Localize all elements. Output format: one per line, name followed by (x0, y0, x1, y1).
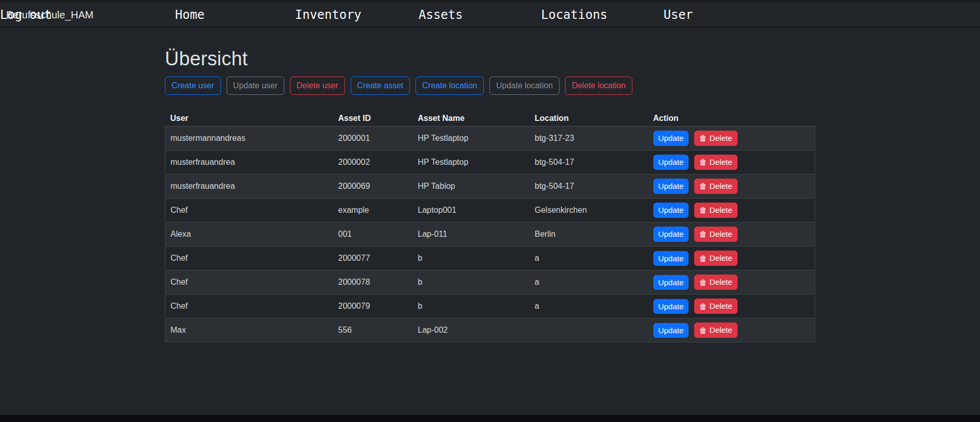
delete-button-label: Delete (709, 205, 732, 216)
table-row: musterfrauandrea 2000069 HP Tablop btg-5… (165, 175, 815, 198)
cell-asset-id: 2000002 (333, 151, 413, 175)
cell-asset-id: 2000079 (333, 294, 413, 318)
cell-action: Update 🗑 Delete (648, 127, 815, 151)
cell-action: Update 🗑 Delete (648, 318, 815, 342)
delete-button[interactable]: 🗑 Delete (694, 299, 738, 314)
cell-asset-id: example (333, 198, 413, 222)
cell-asset-name: b (413, 246, 530, 270)
cell-action: Update 🗑 Delete (648, 222, 815, 246)
nav-link-locations[interactable]: Locations (541, 8, 607, 22)
trash-icon: 🗑 (699, 158, 707, 166)
delete-button[interactable]: 🗑 Delete (694, 131, 738, 146)
delete-button[interactable]: 🗑 Delete (694, 251, 738, 266)
cell-action: Update 🗑 Delete (648, 175, 815, 198)
cell-asset-name: b (413, 270, 530, 294)
page-title: Übersicht (165, 48, 815, 70)
nav-link-log-out[interactable]: Log out (0, 8, 52, 22)
nav-link-assets[interactable]: Assets (419, 8, 463, 22)
cell-asset-id: 2000069 (333, 175, 413, 198)
create-user-button[interactable]: Create user (165, 77, 221, 95)
cell-asset-id: 556 (333, 318, 413, 342)
delete-button[interactable]: 🗑 Delete (694, 227, 738, 242)
table-row: Chef 2000077 b a Update 🗑 Delete (165, 246, 815, 270)
navbar: Berufsschule_HAM HomeInventoryAssetsLoca… (0, 3, 980, 28)
nav-link-user[interactable]: User (664, 8, 693, 22)
update-button[interactable]: Update (653, 251, 689, 266)
update-button[interactable]: Update (653, 299, 689, 314)
table-row: Chef example Laptop001 Gelsenkirchen Upd… (165, 198, 815, 222)
update-button[interactable]: Update (653, 227, 689, 242)
cell-asset-id: 2000077 (333, 246, 413, 270)
cell-asset-name: Laptop001 (413, 198, 530, 222)
delete-button[interactable]: 🗑 Delete (694, 322, 738, 338)
update-location-button[interactable]: Update location (489, 77, 559, 95)
cell-location: a (530, 270, 648, 294)
delete-button-label: Delete (709, 181, 732, 192)
cell-location: btg-504-17 (530, 175, 648, 198)
delete-button[interactable]: 🗑 Delete (694, 179, 738, 194)
cell-asset-name: HP Tablop (413, 175, 530, 198)
cell-location: Gelsenkirchen (530, 198, 648, 222)
toolbar: Create userUpdate userDelete userCreate … (165, 77, 815, 95)
cell-location (530, 318, 648, 342)
delete-user-button[interactable]: Delete user (290, 77, 345, 95)
update-button[interactable]: Update (653, 155, 689, 170)
column-header-location: Location (530, 110, 648, 127)
cell-user: Max (165, 318, 333, 342)
delete-location-button[interactable]: Delete location (565, 77, 632, 95)
cell-asset-name: b (413, 294, 530, 318)
trash-icon: 🗑 (699, 182, 707, 190)
cell-user: musterfrauandrea (165, 175, 333, 198)
cell-asset-id: 2000001 (333, 127, 413, 151)
cell-user: Chef (165, 294, 333, 318)
create-location-button[interactable]: Create location (415, 77, 484, 95)
table-row: Chef 2000079 b a Update 🗑 Delete (165, 294, 815, 318)
trash-icon: 🗑 (699, 206, 707, 214)
cell-asset-name: Lap-002 (413, 318, 530, 342)
delete-button[interactable]: 🗑 Delete (694, 275, 738, 290)
table-row: Alexa 001 Lap-011 Berlin Update 🗑 Delete (165, 222, 815, 246)
cell-asset-id: 2000078 (333, 270, 413, 294)
cell-user: musterfrauandrea (165, 151, 333, 175)
nav-link-inventory[interactable]: Inventory (295, 8, 361, 22)
cell-location: Berlin (530, 222, 648, 246)
update-button[interactable]: Update (653, 179, 689, 194)
cell-location: btg-504-17 (530, 151, 648, 175)
nav-link-home[interactable]: Home (175, 8, 205, 22)
cell-location: btg-317-23 (530, 127, 648, 151)
cell-user: Chef (165, 246, 333, 270)
trash-icon: 🗑 (699, 279, 707, 286)
update-button[interactable]: Update (653, 203, 689, 218)
column-header-action: Action (648, 110, 815, 127)
create-asset-button[interactable]: Create asset (351, 77, 410, 95)
delete-button-label: Delete (709, 325, 732, 336)
cell-location: a (530, 246, 648, 270)
delete-button-label: Delete (709, 157, 732, 168)
update-user-button[interactable]: Update user (227, 77, 284, 95)
cell-action: Update 🗑 Delete (648, 270, 815, 294)
delete-button[interactable]: 🗑 Delete (694, 203, 738, 218)
table-row: musterfrauandrea 2000002 HP Testlaptop b… (165, 151, 815, 175)
delete-button[interactable]: 🗑 Delete (694, 155, 738, 170)
column-header-user: User (165, 110, 333, 127)
cell-user: mustermannandreas (165, 127, 333, 151)
cell-user: Chef (165, 270, 333, 294)
cell-action: Update 🗑 Delete (648, 198, 815, 222)
table-row: mustermannandreas 2000001 HP Testlaptop … (165, 127, 815, 151)
table-body: mustermannandreas 2000001 HP Testlaptop … (165, 127, 815, 342)
cell-action: Update 🗑 Delete (648, 294, 815, 318)
delete-button-label: Delete (709, 253, 732, 264)
main-content: Übersicht Create userUpdate userDelete u… (165, 28, 815, 342)
trash-icon: 🗑 (699, 327, 707, 334)
trash-icon: 🗑 (699, 230, 707, 238)
cell-asset-name: Lap-011 (413, 222, 530, 246)
update-button[interactable]: Update (653, 323, 689, 338)
asset-table: User Asset ID Asset Name Location Action… (165, 110, 815, 342)
table-row: Max 556 Lap-002 Update 🗑 Delete (165, 318, 815, 342)
cell-asset-name: HP Testlaptop (413, 151, 530, 175)
trash-icon: 🗑 (699, 134, 707, 142)
update-button[interactable]: Update (653, 131, 689, 146)
trash-icon: 🗑 (699, 255, 707, 262)
update-button[interactable]: Update (653, 275, 689, 290)
cell-action: Update 🗑 Delete (648, 246, 815, 270)
